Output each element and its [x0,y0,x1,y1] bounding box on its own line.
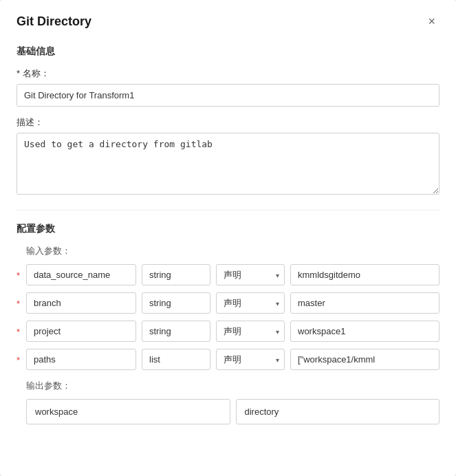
params-section: 输入参数： * 声明 引用 常量 ▾ kmmldsgitdemo * [17,245,439,424]
param-name-2[interactable] [26,292,136,314]
param-mode-wrapper-2: 声明 引用 常量 ▾ [216,292,285,314]
param-mode-wrapper-1: 声明 引用 常量 ▾ [216,264,285,285]
param-type-3[interactable] [142,321,210,342]
dialog-title: Git Directory [17,14,91,29]
param-row-4: * 声明 引用 常量 ▾ ["workspace1/kmml [26,349,439,370]
output-params-label: 输出参数： [26,380,439,392]
param-value-1: kmmldsgitdemo [290,264,439,285]
section-divider [17,210,439,210]
param-type-4[interactable] [142,349,210,370]
required-star-2: * [17,298,20,308]
desc-textarea[interactable]: Used to get a directory from gitlab [17,133,439,195]
param-mode-wrapper-4: 声明 引用 常量 ▾ [216,349,285,370]
close-button[interactable]: × [424,14,439,29]
param-value-4: ["workspace1/kmml [290,349,439,370]
input-params-label: 输入参数： [26,245,439,257]
dialog-header: Git Directory × [17,14,439,29]
param-type-2[interactable] [142,292,210,314]
param-name-3[interactable] [26,321,136,342]
param-mode-select-1[interactable]: 声明 引用 常量 [216,264,285,285]
basic-info-section-title: 基础信息 [17,45,439,58]
param-row-2: * 声明 引用 常量 ▾ master [26,292,439,314]
param-mode-select-4[interactable]: 声明 引用 常量 [216,349,285,370]
required-star-3: * [17,326,20,336]
param-row-3: * 声明 引用 常量 ▾ workspace1 [26,321,439,342]
output-row: workspace directory [26,399,439,424]
param-name-4[interactable] [26,349,136,370]
required-star-4: * [17,354,20,365]
name-group: * 名称： [17,67,439,107]
desc-label: 描述： [17,116,439,129]
config-section-title: 配置参数 [17,223,439,235]
required-star-1: * [17,270,20,280]
output-item-workspace: workspace [26,399,230,424]
param-value-3: workspace1 [290,321,439,342]
param-mode-wrapper-3: 声明 引用 常量 ▾ [216,321,285,342]
name-input[interactable] [17,84,439,107]
desc-group: 描述： Used to get a directory from gitlab [17,116,439,197]
param-mode-select-3[interactable]: 声明 引用 常量 [216,321,285,342]
name-label: * 名称： [17,67,439,80]
param-value-2: master [290,292,439,314]
git-directory-dialog: Git Directory × 基础信息 * 名称： 描述： Used to g… [0,0,456,476]
param-mode-select-2[interactable]: 声明 引用 常量 [216,292,285,314]
param-type-1[interactable] [142,264,210,285]
output-item-directory: directory [236,399,440,424]
param-name-1[interactable] [26,264,136,285]
param-row-1: * 声明 引用 常量 ▾ kmmldsgitdemo [26,264,439,285]
